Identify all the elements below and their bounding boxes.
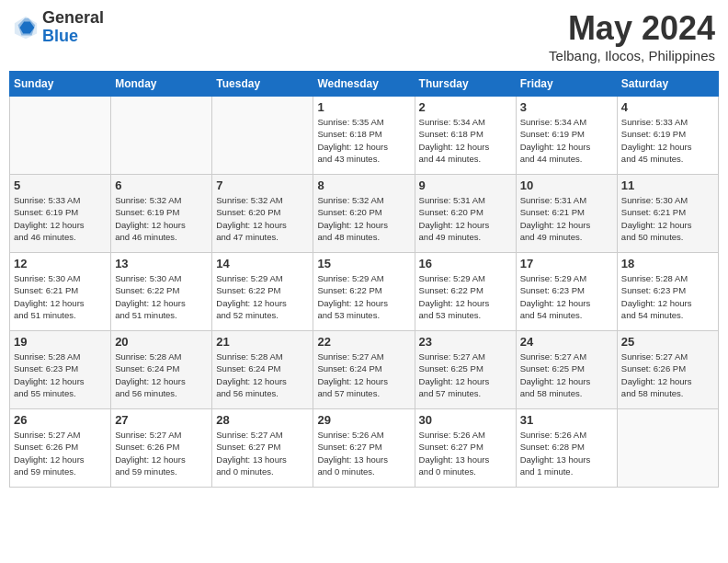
calendar-cell: 25Sunrise: 5:27 AM Sunset: 6:26 PM Dayli…	[617, 331, 718, 409]
calendar-cell: 29Sunrise: 5:26 AM Sunset: 6:27 PM Dayli…	[313, 409, 415, 488]
calendar-cell: 17Sunrise: 5:29 AM Sunset: 6:23 PM Dayli…	[516, 253, 617, 331]
day-info: Sunrise: 5:28 AM Sunset: 6:23 PM Dayligh…	[621, 272, 714, 321]
calendar-week-1: 1Sunrise: 5:35 AM Sunset: 6:18 PM Daylig…	[10, 97, 719, 175]
day-number: 2	[419, 100, 512, 114]
calendar-cell: 12Sunrise: 5:30 AM Sunset: 6:21 PM Dayli…	[10, 253, 111, 331]
day-info: Sunrise: 5:26 AM Sunset: 6:28 PM Dayligh…	[520, 429, 613, 477]
calendar-cell: 19Sunrise: 5:28 AM Sunset: 6:23 PM Dayli…	[10, 331, 111, 409]
day-info: Sunrise: 5:33 AM Sunset: 6:19 PM Dayligh…	[14, 194, 107, 243]
calendar-header: Sunday Monday Tuesday Wednesday Thursday…	[10, 72, 719, 97]
day-info: Sunrise: 5:31 AM Sunset: 6:21 PM Dayligh…	[520, 194, 613, 243]
day-number: 23	[419, 335, 512, 349]
calendar-cell: 9Sunrise: 5:31 AM Sunset: 6:20 PM Daylig…	[415, 175, 516, 253]
day-info: Sunrise: 5:27 AM Sunset: 6:27 PM Dayligh…	[216, 429, 309, 477]
day-number: 16	[419, 257, 512, 270]
calendar-cell: 14Sunrise: 5:29 AM Sunset: 6:22 PM Dayli…	[212, 253, 313, 331]
calendar-table: Sunday Monday Tuesday Wednesday Thursday…	[9, 71, 719, 488]
calendar-cell: 15Sunrise: 5:29 AM Sunset: 6:22 PM Dayli…	[313, 253, 415, 331]
day-number: 25	[621, 335, 714, 349]
day-info: Sunrise: 5:30 AM Sunset: 6:21 PM Dayligh…	[621, 194, 714, 243]
calendar-cell: 1Sunrise: 5:35 AM Sunset: 6:18 PM Daylig…	[313, 97, 415, 175]
calendar-cell: 11Sunrise: 5:30 AM Sunset: 6:21 PM Dayli…	[617, 175, 718, 253]
day-number: 29	[317, 413, 410, 427]
day-number: 22	[317, 335, 410, 349]
day-number: 10	[520, 178, 613, 192]
day-number: 28	[216, 413, 309, 427]
day-number: 5	[14, 178, 107, 192]
day-info: Sunrise: 5:28 AM Sunset: 6:23 PM Dayligh…	[14, 350, 107, 399]
day-number: 19	[14, 335, 107, 349]
calendar-cell	[212, 97, 313, 175]
header-row: Sunday Monday Tuesday Wednesday Thursday…	[10, 72, 719, 97]
day-number: 1	[317, 100, 410, 114]
calendar-cell: 20Sunrise: 5:28 AM Sunset: 6:24 PM Dayli…	[111, 331, 212, 409]
calendar-cell: 28Sunrise: 5:27 AM Sunset: 6:27 PM Dayli…	[212, 409, 313, 488]
day-number: 21	[216, 335, 309, 349]
day-info: Sunrise: 5:30 AM Sunset: 6:21 PM Dayligh…	[14, 272, 107, 321]
day-info: Sunrise: 5:28 AM Sunset: 6:24 PM Dayligh…	[115, 350, 208, 399]
day-info: Sunrise: 5:27 AM Sunset: 6:26 PM Dayligh…	[14, 429, 107, 477]
day-info: Sunrise: 5:34 AM Sunset: 6:19 PM Dayligh…	[520, 116, 613, 165]
day-number: 27	[115, 413, 208, 427]
calendar-cell: 18Sunrise: 5:28 AM Sunset: 6:23 PM Dayli…	[617, 253, 718, 331]
day-number: 18	[621, 257, 714, 270]
calendar-cell: 26Sunrise: 5:27 AM Sunset: 6:26 PM Dayli…	[10, 409, 111, 488]
day-info: Sunrise: 5:27 AM Sunset: 6:26 PM Dayligh…	[621, 350, 714, 399]
day-info: Sunrise: 5:32 AM Sunset: 6:20 PM Dayligh…	[216, 194, 309, 243]
day-info: Sunrise: 5:32 AM Sunset: 6:19 PM Dayligh…	[115, 194, 208, 243]
calendar-cell: 5Sunrise: 5:33 AM Sunset: 6:19 PM Daylig…	[10, 175, 111, 253]
day-number: 14	[216, 257, 309, 270]
month-title: May 2024	[549, 9, 715, 48]
day-info: Sunrise: 5:26 AM Sunset: 6:27 PM Dayligh…	[317, 429, 410, 477]
col-thursday: Thursday	[415, 72, 516, 97]
calendar-cell	[111, 97, 212, 175]
logo-general: General	[42, 9, 104, 28]
logo-blue: Blue	[42, 28, 104, 46]
calendar-cell: 10Sunrise: 5:31 AM Sunset: 6:21 PM Dayli…	[516, 175, 617, 253]
day-info: Sunrise: 5:27 AM Sunset: 6:24 PM Dayligh…	[317, 350, 410, 399]
day-number: 15	[317, 257, 410, 270]
day-info: Sunrise: 5:32 AM Sunset: 6:20 PM Dayligh…	[317, 194, 410, 243]
calendar-cell: 2Sunrise: 5:34 AM Sunset: 6:18 PM Daylig…	[415, 97, 516, 175]
calendar-cell: 31Sunrise: 5:26 AM Sunset: 6:28 PM Dayli…	[516, 409, 617, 488]
day-info: Sunrise: 5:27 AM Sunset: 6:26 PM Dayligh…	[115, 429, 208, 477]
day-info: Sunrise: 5:31 AM Sunset: 6:20 PM Dayligh…	[419, 194, 512, 243]
calendar-cell	[617, 409, 718, 488]
logo: General Blue	[13, 9, 104, 46]
calendar-cell: 13Sunrise: 5:30 AM Sunset: 6:22 PM Dayli…	[111, 253, 212, 331]
day-info: Sunrise: 5:28 AM Sunset: 6:24 PM Dayligh…	[216, 350, 309, 399]
col-saturday: Saturday	[617, 72, 718, 97]
col-friday: Friday	[516, 72, 617, 97]
day-number: 11	[621, 178, 714, 192]
day-number: 8	[317, 178, 410, 192]
col-monday: Monday	[111, 72, 212, 97]
calendar-week-2: 5Sunrise: 5:33 AM Sunset: 6:19 PM Daylig…	[10, 175, 719, 253]
calendar-cell: 24Sunrise: 5:27 AM Sunset: 6:25 PM Dayli…	[516, 331, 617, 409]
col-tuesday: Tuesday	[212, 72, 313, 97]
day-number: 26	[14, 413, 107, 427]
calendar-cell: 16Sunrise: 5:29 AM Sunset: 6:22 PM Dayli…	[415, 253, 516, 331]
day-number: 6	[115, 178, 208, 192]
calendar-cell: 8Sunrise: 5:32 AM Sunset: 6:20 PM Daylig…	[313, 175, 415, 253]
logo-icon	[13, 15, 39, 40]
day-info: Sunrise: 5:29 AM Sunset: 6:23 PM Dayligh…	[520, 272, 613, 321]
day-info: Sunrise: 5:29 AM Sunset: 6:22 PM Dayligh…	[317, 272, 410, 321]
calendar-week-3: 12Sunrise: 5:30 AM Sunset: 6:21 PM Dayli…	[10, 253, 719, 331]
day-number: 4	[621, 100, 714, 114]
day-info: Sunrise: 5:27 AM Sunset: 6:25 PM Dayligh…	[520, 350, 613, 399]
calendar-cell: 3Sunrise: 5:34 AM Sunset: 6:19 PM Daylig…	[516, 97, 617, 175]
calendar-week-5: 26Sunrise: 5:27 AM Sunset: 6:26 PM Dayli…	[10, 409, 719, 488]
col-wednesday: Wednesday	[313, 72, 415, 97]
calendar-cell: 27Sunrise: 5:27 AM Sunset: 6:26 PM Dayli…	[111, 409, 212, 488]
calendar-cell: 7Sunrise: 5:32 AM Sunset: 6:20 PM Daylig…	[212, 175, 313, 253]
calendar-cell: 21Sunrise: 5:28 AM Sunset: 6:24 PM Dayli…	[212, 331, 313, 409]
page-header: General Blue May 2024 Telbang, Ilocos, P…	[9, 9, 719, 63]
day-info: Sunrise: 5:26 AM Sunset: 6:27 PM Dayligh…	[419, 429, 512, 477]
day-info: Sunrise: 5:29 AM Sunset: 6:22 PM Dayligh…	[216, 272, 309, 321]
day-number: 9	[419, 178, 512, 192]
day-number: 24	[520, 335, 613, 349]
day-number: 12	[14, 257, 107, 270]
day-number: 30	[419, 413, 512, 427]
day-number: 7	[216, 178, 309, 192]
title-block: May 2024 Telbang, Ilocos, Philippines	[549, 9, 715, 63]
